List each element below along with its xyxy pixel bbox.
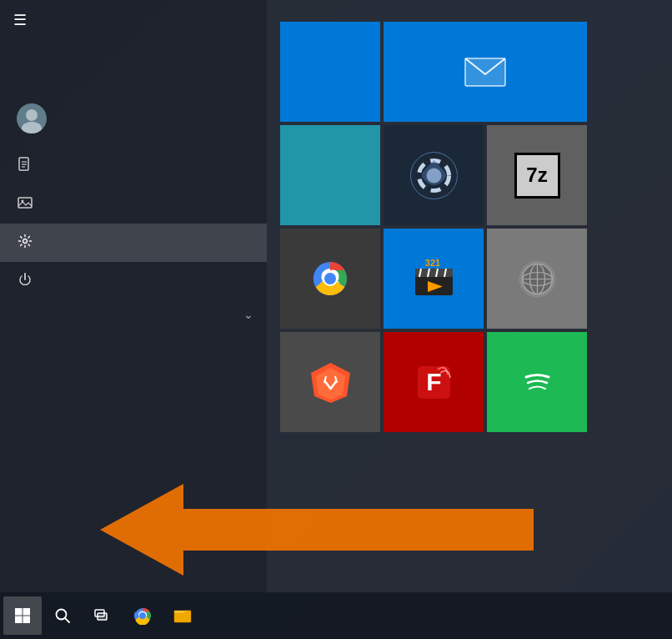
svg-rect-53 bbox=[174, 611, 184, 613]
search-icon bbox=[54, 607, 71, 624]
sidebar-item-afbeeldingen[interactable] bbox=[0, 185, 267, 224]
tile-steam[interactable] bbox=[384, 125, 484, 225]
tile-calendar[interactable] bbox=[280, 22, 380, 122]
svg-rect-7 bbox=[18, 198, 32, 208]
tiles-row-3: 321 bbox=[280, 229, 659, 329]
mail-icon bbox=[464, 58, 506, 87]
expand-button[interactable]: ⌄ bbox=[243, 308, 253, 321]
svg-rect-41 bbox=[15, 608, 23, 616]
tiles-row-1 bbox=[280, 22, 659, 122]
chrome-icon bbox=[305, 254, 355, 304]
svg-point-51 bbox=[139, 612, 146, 619]
sidebar-header: ☰ bbox=[0, 0, 267, 40]
sidebar-item-documenten[interactable] bbox=[0, 147, 267, 185]
search-button[interactable] bbox=[43, 596, 82, 635]
avatar bbox=[17, 103, 47, 133]
tiles-row-4: F bbox=[280, 332, 659, 432]
svg-text:321: 321 bbox=[424, 258, 439, 268]
svg-point-17 bbox=[324, 273, 336, 284]
image-icon bbox=[17, 195, 33, 214]
tile-weather[interactable] bbox=[280, 125, 380, 225]
tile-mpc[interactable]: 321 bbox=[384, 229, 484, 329]
tile-scite[interactable] bbox=[487, 229, 587, 329]
svg-line-46 bbox=[65, 618, 69, 622]
spotify-icon bbox=[514, 360, 560, 405]
sidebar-item-instellingen[interactable] bbox=[0, 224, 267, 262]
start-button[interactable] bbox=[3, 596, 42, 635]
tile-spotify[interactable] bbox=[487, 332, 587, 432]
explorer-icon bbox=[173, 606, 192, 625]
tile-mail[interactable] bbox=[384, 22, 587, 122]
gear-icon bbox=[17, 234, 33, 252]
hamburger-icon[interactable]: ☰ bbox=[13, 11, 27, 29]
scite-icon bbox=[514, 256, 560, 302]
steam-icon bbox=[407, 148, 461, 203]
tile-chrome[interactable] bbox=[280, 229, 380, 329]
taskbar-explorer[interactable] bbox=[163, 596, 202, 635]
7zip-icon: 7z bbox=[514, 153, 560, 199]
svg-point-9 bbox=[23, 239, 28, 244]
svg-rect-43 bbox=[15, 616, 23, 624]
taskbar bbox=[0, 592, 672, 639]
tile-brave[interactable] bbox=[280, 332, 380, 432]
taskbar-chrome-icon bbox=[133, 606, 152, 625]
svg-rect-42 bbox=[23, 608, 31, 616]
svg-point-1 bbox=[26, 109, 38, 121]
tiles-row-2: 7z bbox=[280, 125, 659, 225]
svg-point-39 bbox=[519, 364, 555, 400]
mpc-icon: 321 bbox=[411, 256, 457, 302]
svg-rect-44 bbox=[23, 616, 31, 624]
power-icon bbox=[17, 272, 33, 290]
tile-7zip[interactable]: 7z bbox=[487, 125, 587, 225]
sidebar-item-aanuit[interactable] bbox=[0, 262, 267, 300]
windows-icon bbox=[14, 607, 31, 624]
sidebar: ☰ bbox=[0, 0, 267, 592]
tile-filezilla[interactable]: F bbox=[384, 332, 484, 432]
filezilla-icon: F bbox=[411, 360, 457, 405]
taskview-icon bbox=[94, 607, 111, 624]
user-profile[interactable] bbox=[0, 90, 267, 147]
taskbar-chrome[interactable] bbox=[123, 596, 162, 635]
svg-text:F: F bbox=[426, 368, 441, 395]
brave-icon bbox=[308, 360, 354, 405]
task-view-button[interactable] bbox=[83, 596, 122, 635]
document-icon bbox=[17, 157, 33, 175]
tiles-area: 7z bbox=[267, 0, 672, 592]
start-menu: ☰ bbox=[0, 0, 672, 592]
svg-rect-48 bbox=[98, 613, 107, 620]
